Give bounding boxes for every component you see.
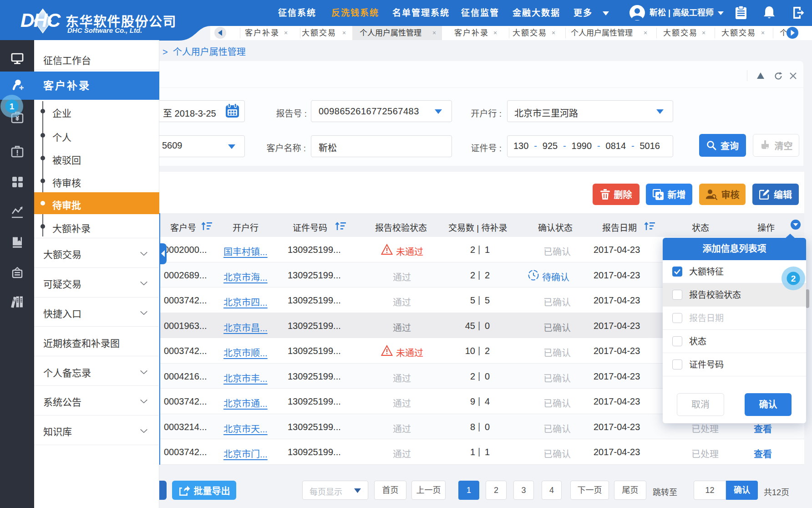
svg-text:1: 1 (10, 102, 15, 111)
svg-text:2: 2 (791, 274, 796, 283)
